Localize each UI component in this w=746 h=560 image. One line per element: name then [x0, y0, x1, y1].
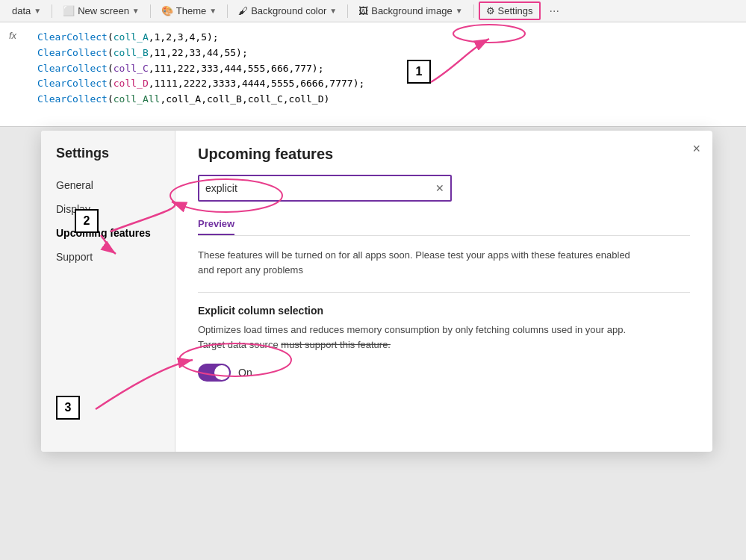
feature-desc-strike: must support this feature.	[281, 339, 391, 350]
sep-1	[52, 4, 52, 18]
theme-icon: 🎨	[161, 5, 173, 16]
new-screen-label: New screen	[78, 5, 129, 16]
new-screen-icon: ⬜	[63, 5, 75, 16]
feature-desc-normal: Optimizes load times and reduces memory …	[198, 324, 626, 350]
sep-3	[227, 4, 228, 18]
theme-menu[interactable]: 🎨 Theme ▼	[155, 2, 223, 19]
tab-preview[interactable]: Preview	[198, 214, 234, 235]
toolbar: data ▼ ⬜ New screen ▼ 🎨 Theme ▼ 🖌 Backgr…	[0, 0, 746, 22]
bg-image-label: Background image	[371, 5, 452, 16]
feature-detail: Optimizes load times and reduces memory …	[198, 323, 631, 352]
theme-chevron-icon: ▼	[209, 7, 217, 15]
sep-4	[347, 4, 348, 18]
main-area: fx ClearCollect(coll_A,1,2,3,4,5); Clear…	[0, 22, 746, 560]
data-label: data	[12, 5, 31, 16]
more-button[interactable]: ···	[544, 1, 565, 21]
code-line-3: ClearCollect(coll_C,111,222,333,444,555,…	[37, 61, 734, 77]
search-input[interactable]	[205, 182, 435, 194]
code-area: fx ClearCollect(coll_A,1,2,3,4,5); Clear…	[0, 22, 746, 127]
feature-title: Explicit column selection	[198, 305, 690, 317]
settings-label: Settings	[498, 5, 533, 16]
annotation-box-2: 2	[75, 209, 99, 233]
sep-5	[473, 4, 474, 18]
feature-description: These features will be turned on for all…	[198, 248, 631, 277]
sidebar-item-general[interactable]: General	[41, 173, 175, 197]
divider	[198, 292, 690, 293]
new-screen-chevron-icon: ▼	[132, 7, 140, 15]
new-screen-menu[interactable]: ⬜ New screen ▼	[57, 2, 146, 19]
search-box: ✕	[198, 175, 452, 202]
modal-close-button[interactable]: ×	[692, 141, 700, 157]
data-menu[interactable]: data ▼	[6, 2, 47, 19]
toggle-row: On	[198, 364, 690, 382]
annotation-box-3: 3	[56, 396, 80, 420]
bg-color-label: Background color	[251, 5, 326, 16]
annotation-box-1: 1	[407, 60, 431, 84]
modal-content-title: Upcoming features	[198, 146, 690, 163]
sidebar-item-upcoming[interactable]: Upcoming features	[41, 221, 175, 245]
code-line-5: ClearCollect(coll_All,coll_A,coll_B,coll…	[37, 92, 734, 108]
sep-2	[150, 4, 151, 18]
bg-image-chevron-icon: ▼	[456, 7, 463, 15]
sidebar-item-support[interactable]: Support	[41, 245, 175, 269]
toggle-knob	[214, 365, 229, 380]
more-icon: ···	[550, 4, 559, 17]
search-clear-icon[interactable]: ✕	[435, 182, 444, 194]
explicit-column-toggle[interactable]	[198, 364, 231, 382]
bg-color-chevron-icon: ▼	[329, 7, 337, 15]
bg-image-icon: 🖼	[358, 5, 368, 16]
code-line-1: ClearCollect(coll_A,1,2,3,4,5);	[37, 30, 734, 46]
code-line-2: ClearCollect(coll_B,11,22,33,44,55);	[37, 46, 734, 61]
fx-label: fx	[9, 30, 16, 41]
settings-modal: Settings General Display Upcoming featur…	[41, 131, 712, 452]
settings-sidebar-title: Settings	[41, 146, 175, 173]
data-chevron-icon: ▼	[34, 7, 41, 15]
tab-row: Preview	[198, 214, 690, 236]
settings-gear-icon: ⚙	[486, 5, 495, 16]
code-line-4: ClearCollect(coll_D,1111,2222,3333,4444,…	[37, 76, 734, 92]
settings-content: × Upcoming features ✕ Preview These feat…	[175, 131, 712, 452]
bg-image-menu[interactable]: 🖼 Background image ▼	[352, 2, 468, 19]
sidebar-item-display[interactable]: Display	[41, 197, 175, 221]
bg-color-menu[interactable]: 🖌 Background color ▼	[232, 2, 343, 19]
toggle-label: On	[238, 367, 252, 379]
theme-label: Theme	[176, 5, 206, 16]
bg-color-icon: 🖌	[238, 5, 248, 16]
settings-button[interactable]: ⚙ Settings	[479, 1, 541, 20]
